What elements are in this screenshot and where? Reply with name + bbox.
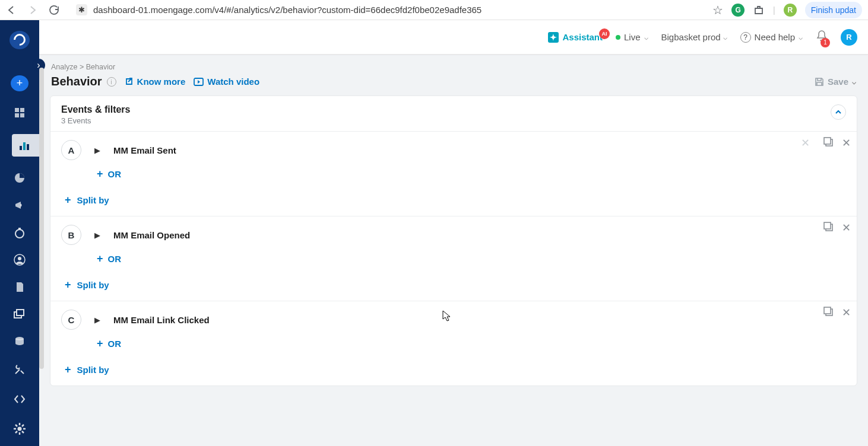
analytics-icon[interactable] bbox=[12, 134, 39, 157]
extension-grammarly-icon[interactable]: G bbox=[731, 4, 745, 17]
page-title: Behavior bbox=[51, 75, 102, 88]
plus-icon: + bbox=[97, 338, 103, 349]
tools-icon[interactable] bbox=[13, 363, 26, 376]
notifications-button[interactable]: 1 bbox=[816, 30, 828, 45]
info-icon[interactable]: i bbox=[107, 77, 116, 87]
assistant-label: Assistant bbox=[562, 32, 603, 42]
svg-point-8 bbox=[15, 230, 24, 238]
svg-point-11 bbox=[18, 257, 21, 260]
user-avatar[interactable]: R bbox=[841, 29, 857, 46]
chevron-down-icon: ⌵ bbox=[799, 33, 803, 42]
extensions-icon[interactable] bbox=[753, 4, 765, 16]
svg-rect-5 bbox=[23, 142, 26, 150]
copy-event-icon[interactable] bbox=[823, 221, 834, 234]
layers-icon[interactable] bbox=[13, 308, 26, 320]
ai-badge-icon: AI bbox=[599, 28, 610, 39]
plus-icon: + bbox=[65, 279, 71, 290]
add-or-button[interactable]: +OR bbox=[97, 168, 846, 179]
app-logo[interactable] bbox=[9, 31, 30, 49]
copy-event-icon[interactable] bbox=[823, 306, 834, 319]
svg-rect-0 bbox=[15, 108, 19, 112]
svg-line-23 bbox=[22, 425, 24, 426]
file-icon[interactable] bbox=[13, 281, 26, 293]
svg-rect-9 bbox=[18, 228, 21, 230]
live-dot-icon bbox=[616, 35, 620, 40]
svg-line-21 bbox=[22, 431, 24, 433]
svg-line-22 bbox=[15, 431, 17, 433]
event-block-b: ✕ B ▶ MM Email Opened +OR +Split by bbox=[50, 216, 857, 301]
events-count: 3 Events bbox=[61, 116, 130, 125]
plus-icon: + bbox=[97, 168, 103, 179]
stopwatch-icon[interactable] bbox=[13, 227, 26, 238]
expand-event-icon[interactable]: ▶ bbox=[94, 316, 100, 324]
assistant-button[interactable]: ✦ Assistant AI bbox=[548, 32, 603, 43]
dashboard-icon[interactable] bbox=[13, 107, 26, 119]
copy-event-icon[interactable] bbox=[823, 136, 834, 149]
reload-icon[interactable] bbox=[49, 5, 59, 15]
expand-event-icon[interactable]: ▶ bbox=[94, 231, 100, 240]
save-button[interactable]: Save ⌵ bbox=[815, 77, 856, 87]
add-or-button[interactable]: +OR bbox=[97, 338, 846, 349]
chevron-down-icon: ⌵ bbox=[644, 33, 648, 42]
need-help-dropdown[interactable]: ? Need help ⌵ bbox=[740, 32, 803, 43]
svg-rect-3 bbox=[20, 113, 24, 117]
user-icon[interactable] bbox=[13, 254, 26, 266]
svg-rect-6 bbox=[27, 144, 29, 150]
create-button[interactable]: + bbox=[11, 75, 28, 91]
code-icon[interactable] bbox=[13, 393, 26, 406]
event-letter[interactable]: A bbox=[61, 140, 81, 160]
remove-event-icon[interactable]: ✕ bbox=[842, 306, 851, 319]
collapse-panel-button[interactable] bbox=[831, 104, 846, 120]
remove-event-icon[interactable]: ✕ bbox=[842, 136, 851, 149]
plus-icon: + bbox=[65, 364, 71, 375]
plus-icon: + bbox=[97, 253, 103, 264]
expand-event-icon[interactable]: ▶ bbox=[94, 146, 100, 155]
browser-profile-avatar[interactable]: R bbox=[784, 4, 797, 17]
clear-event-icon[interactable]: ✕ bbox=[801, 136, 810, 149]
megaphone-icon[interactable] bbox=[13, 199, 26, 211]
event-name[interactable]: MM Email Sent bbox=[113, 145, 176, 155]
add-or-button[interactable]: +OR bbox=[97, 253, 846, 264]
need-help-label: Need help bbox=[755, 32, 795, 42]
events-filters-title: Events & filters bbox=[61, 104, 130, 115]
breadcrumb-parent[interactable]: Analyze bbox=[51, 63, 77, 71]
url-text[interactable]: dashboard-01.moengage.com/v4/#/analytics… bbox=[93, 5, 481, 15]
sidebar-scrollbar[interactable] bbox=[39, 68, 44, 369]
breadcrumb: Analyze > Behavior bbox=[51, 63, 856, 71]
svg-rect-1 bbox=[20, 108, 24, 112]
finish-update-button[interactable]: Finish updat bbox=[805, 2, 862, 18]
workspace-label: Bigbasket prod bbox=[661, 32, 721, 42]
live-status-dropdown[interactable]: Live ⌵ bbox=[616, 32, 648, 42]
split-by-button[interactable]: +Split by bbox=[65, 195, 846, 205]
pie-icon[interactable] bbox=[13, 172, 26, 184]
live-label: Live bbox=[624, 32, 641, 42]
split-by-button[interactable]: +Split by bbox=[65, 279, 846, 290]
workspace-dropdown[interactable]: Bigbasket prod ⌵ bbox=[661, 32, 727, 42]
svg-point-15 bbox=[18, 427, 22, 431]
know-more-link[interactable]: Know more bbox=[125, 77, 186, 87]
database-icon[interactable] bbox=[13, 336, 26, 348]
save-icon bbox=[815, 77, 824, 87]
chevron-down-icon: ⌵ bbox=[723, 33, 727, 42]
event-name[interactable]: MM Email Opened bbox=[113, 230, 190, 240]
event-letter[interactable]: B bbox=[61, 225, 81, 245]
event-letter[interactable]: C bbox=[61, 310, 81, 330]
svg-rect-4 bbox=[20, 146, 22, 150]
forward-icon[interactable] bbox=[27, 5, 38, 15]
watch-video-link[interactable]: Watch video bbox=[194, 77, 259, 87]
svg-rect-2 bbox=[15, 113, 19, 117]
event-name[interactable]: MM Email Link Clicked bbox=[113, 315, 210, 325]
svg-rect-28 bbox=[824, 222, 831, 229]
breadcrumb-current: Behavior bbox=[86, 63, 115, 71]
event-block-a: ✕ ✕ A ▶ MM Email Sent +OR +Split by bbox=[50, 131, 857, 216]
external-link-icon bbox=[125, 77, 134, 86]
settings-icon[interactable] bbox=[13, 422, 26, 435]
chevron-down-icon: ⌵ bbox=[852, 78, 856, 86]
svg-line-20 bbox=[15, 425, 17, 426]
site-info-icon[interactable]: ✱ bbox=[76, 4, 87, 15]
split-by-button[interactable]: +Split by bbox=[65, 364, 846, 375]
notification-count: 1 bbox=[821, 38, 830, 47]
bookmark-star-icon[interactable]: ☆ bbox=[712, 3, 723, 17]
remove-event-icon[interactable]: ✕ bbox=[842, 221, 851, 234]
back-icon[interactable] bbox=[6, 5, 17, 15]
